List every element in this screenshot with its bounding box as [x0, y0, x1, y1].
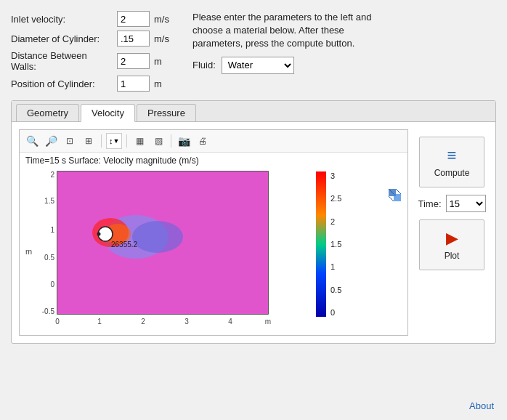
- inlet-velocity-input[interactable]: [117, 11, 150, 27]
- time-label: Time:: [418, 198, 441, 209]
- colorbar-3: 3: [330, 171, 341, 180]
- compute-icon: ≡: [447, 146, 457, 165]
- colorbar-svg: [315, 171, 328, 317]
- plot-annotation: 26355.2: [111, 241, 138, 249]
- zoom-box-button[interactable]: ⊞: [81, 133, 97, 149]
- toolbar: 🔍 🔎 ⊡ ⊞ ↕ ▼ ▦ ▧ 📷 🖨: [20, 130, 407, 153]
- diameter-row: Diameter of Cylinder: m/s: [11, 31, 178, 47]
- svg-text:2: 2: [50, 171, 54, 179]
- plot-svg: 2 1.5 1 0.5 0 -0.5: [41, 167, 310, 327]
- colorbar-1.5: 1.5: [330, 240, 341, 249]
- diameter-input[interactable]: [117, 31, 150, 47]
- time-row: Time: 5 10 15 20: [418, 195, 485, 212]
- svg-rect-22: [394, 194, 401, 201]
- grid-button[interactable]: ▦: [131, 133, 147, 149]
- colorbar-2: 2: [330, 217, 341, 226]
- position-label: Position of Cylinder:: [11, 78, 113, 89]
- plot-container: m 2 1.5 1 0.5 0 -0.5: [20, 167, 407, 335]
- arrow-dropdown[interactable]: ↕ ▼: [106, 133, 122, 149]
- position-unit: m: [154, 78, 162, 89]
- svg-text:2: 2: [141, 318, 145, 326]
- compute-label: Compute: [434, 168, 470, 178]
- plot-title: Time=15 s Surface: Velocity magnitude (m…: [20, 153, 407, 167]
- zoom-extents-button[interactable]: ⊡: [62, 133, 78, 149]
- colorbar-0.5: 0.5: [330, 286, 341, 294]
- diameter-unit: m/s: [154, 33, 169, 44]
- distance-unit: m: [154, 56, 162, 67]
- description-text: Please enter the parameters to the left …: [192, 11, 396, 51]
- colorbar-labels: 3 2.5 2 1.5 1 0.5 0: [328, 171, 341, 317]
- top-section: Inlet velocity: m/s Diameter of Cylinder…: [11, 11, 496, 92]
- plot-svg-wrap: 2 1.5 1 0.5 0 -0.5: [41, 167, 310, 329]
- svg-point-13: [97, 233, 101, 236]
- plot-label: Plot: [445, 251, 460, 261]
- dropdown-arrow: ▼: [113, 137, 120, 145]
- plot-ylabel: m: [25, 247, 32, 256]
- plot-icon: ▶: [446, 229, 458, 248]
- tab-geometry[interactable]: Geometry: [16, 104, 79, 121]
- distance-input[interactable]: [117, 53, 150, 69]
- time-select[interactable]: 5 10 15 20: [446, 195, 486, 212]
- zoom-in-button[interactable]: 🔍: [24, 133, 40, 149]
- 3d-icon: [387, 187, 403, 206]
- inlet-velocity-unit: m/s: [154, 14, 169, 25]
- svg-text:1: 1: [97, 318, 102, 326]
- fluid-label: Fluid:: [192, 60, 216, 70]
- main-panel: Inlet velocity: m/s Diameter of Cylinder…: [0, 0, 507, 420]
- fluid-select[interactable]: Water Air Oil: [222, 57, 294, 74]
- svg-text:-0.5: -0.5: [42, 307, 55, 315]
- svg-line-25: [389, 196, 394, 201]
- toolbar-sep-3: [171, 134, 171, 148]
- svg-rect-20: [316, 171, 326, 317]
- svg-text:0: 0: [55, 318, 60, 326]
- svg-text:3: 3: [184, 318, 189, 326]
- desc-area: Please enter the parameters to the left …: [192, 11, 496, 92]
- distance-row: Distance Between Walls: m: [11, 50, 178, 72]
- tabs-row: Geometry Velocity Pressure: [12, 101, 495, 122]
- svg-text:4: 4: [228, 318, 232, 326]
- inlet-velocity-label: Inlet velocity:: [11, 14, 113, 25]
- grid-alt-button[interactable]: ▧: [150, 133, 166, 149]
- svg-point-9: [132, 221, 183, 253]
- save-button[interactable]: 🖨: [195, 133, 211, 149]
- tabs-and-content: Geometry Velocity Pressure 🔍 🔎 ⊡ ⊞ ↕ ▼: [11, 100, 496, 344]
- content-area: 🔍 🔎 ⊡ ⊞ ↕ ▼ ▦ ▧ 📷 🖨 T: [12, 122, 495, 343]
- tab-pressure[interactable]: Pressure: [137, 104, 196, 121]
- svg-text:m: m: [265, 318, 271, 326]
- toolbar-sep-1: [101, 134, 102, 148]
- params-area: Inlet velocity: m/s Diameter of Cylinder…: [11, 11, 178, 92]
- about-link[interactable]: About: [469, 400, 494, 411]
- svg-text:0.5: 0.5: [44, 254, 54, 262]
- diameter-label: Diameter of Cylinder:: [11, 33, 113, 44]
- svg-text:1: 1: [50, 226, 54, 234]
- svg-text:1.5: 1.5: [44, 197, 54, 205]
- plot-panel: 🔍 🔎 ⊡ ⊞ ↕ ▼ ▦ ▧ 📷 🖨 T: [19, 129, 408, 336]
- colorbar-0: 0: [330, 308, 341, 317]
- toolbar-sep-2: [126, 134, 127, 148]
- compute-button[interactable]: ≡ Compute: [419, 137, 484, 187]
- zoom-out-button[interactable]: 🔎: [43, 133, 59, 149]
- position-input[interactable]: [117, 76, 150, 92]
- svg-line-24: [396, 189, 401, 194]
- distance-label: Distance Between Walls:: [11, 50, 113, 72]
- position-row: Position of Cylinder: m: [11, 76, 178, 92]
- right-panel: ≡ Compute Time: 5 10 15 20 ▶ Plot: [415, 129, 488, 336]
- plot-button[interactable]: ▶ Plot: [419, 219, 484, 270]
- svg-text:0: 0: [50, 280, 54, 288]
- tab-velocity[interactable]: Velocity: [81, 104, 135, 122]
- colorbar-1: 1: [330, 262, 341, 271]
- camera-button[interactable]: 📷: [176, 133, 192, 149]
- fluid-row: Fluid: Water Air Oil: [192, 57, 496, 74]
- colorbar-2.5: 2.5: [330, 194, 341, 203]
- inlet-velocity-row: Inlet velocity: m/s: [11, 11, 178, 27]
